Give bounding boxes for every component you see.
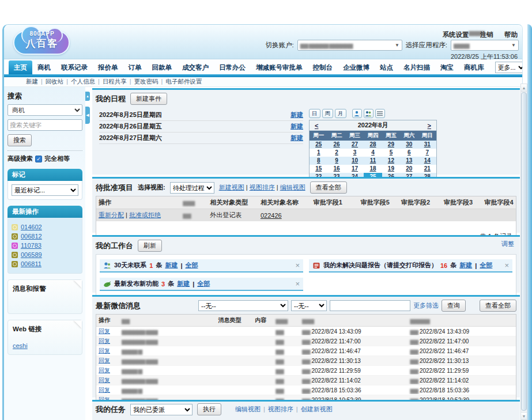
nav-tab[interactable]: 回款单 (147, 60, 178, 74)
item-new-link[interactable]: 新建 (177, 279, 190, 288)
calendar-day-cell[interactable]: 27 (346, 141, 364, 149)
wechat-filter1-select[interactable]: --无-- (198, 300, 288, 311)
scroll-up-arrow[interactable]: ▲ (521, 84, 527, 92)
vertical-scrollbar[interactable]: ▲ ▼ (520, 84, 527, 420)
calendar-day-cell[interactable]: 17 (346, 165, 364, 173)
single-user-view-icon[interactable] (352, 109, 362, 118)
recent-tags-select[interactable]: 最近标记... (12, 184, 78, 196)
nav-tab[interactable]: 报价单 (93, 60, 123, 74)
nav-tab[interactable]: 淘宝 (435, 60, 459, 74)
nav-tab[interactable]: 订单 (123, 60, 147, 74)
calendar-day-cell[interactable]: 13 (400, 157, 418, 165)
calendar-day-cell[interactable]: 14 (418, 157, 436, 165)
web-link-ceshi[interactable]: ceshi (13, 342, 28, 349)
nav-tab[interactable]: 企业微博 (338, 60, 375, 74)
schedule-new-link[interactable]: 新建 (290, 134, 303, 142)
close-icon[interactable]: × (295, 261, 300, 270)
more-tabs-select[interactable]: 更多... (495, 62, 523, 73)
task-create-view-link[interactable]: 创建新视图 (301, 406, 333, 413)
scroll-down-arrow[interactable]: ▼ (521, 412, 527, 419)
calendar-day-cell[interactable]: 5 (382, 149, 400, 157)
vertical-scrollbar-thumb[interactable] (521, 92, 527, 411)
reply-link[interactable]: 回复 (99, 377, 110, 383)
tasks-view-select[interactable]: 我的已委派 (130, 404, 193, 415)
task-edit-view-link[interactable]: 编辑视图 (235, 406, 268, 413)
new-event-button[interactable]: 新建事件 (130, 93, 167, 105)
calendar-day-cell[interactable]: 19 (382, 165, 400, 173)
item-new-link[interactable]: 新建 (459, 261, 472, 270)
recent-record-link[interactable]: 110783 (21, 242, 41, 249)
wechat-filter2-select[interactable]: --无-- (291, 300, 327, 311)
recent-record-link[interactable]: 006812 (21, 233, 42, 240)
item-all-link[interactable]: 全部 (197, 279, 210, 288)
sort-view-link[interactable]: 视图排序 (250, 184, 275, 191)
item-all-link[interactable]: 全部 (185, 261, 198, 270)
splitter-up-handle[interactable]: ▲ (85, 92, 90, 101)
calendar-day-cell[interactable]: 29 (382, 141, 400, 149)
nav-tab[interactable]: 主页 (9, 60, 32, 74)
calendar-prev-button[interactable]: < (313, 122, 320, 129)
list-view-icon[interactable] (375, 109, 385, 118)
calendar-day-cell[interactable]: 6 (400, 149, 418, 157)
nav-tab[interactable]: 名片扫描 (398, 60, 435, 74)
subnav-link[interactable]: 日程共享 (103, 78, 134, 86)
subnav-link[interactable]: 更改密码 (134, 78, 165, 86)
nav-tab[interactable]: 商机库 (459, 60, 489, 74)
nav-tab[interactable]: 联系记录 (56, 60, 93, 74)
calendar-day-cell[interactable]: 8 (310, 157, 327, 165)
approvals-view-all-button[interactable]: 查看全部 (310, 181, 347, 194)
calendar-day-cell[interactable]: 4 (364, 149, 382, 157)
reassign-link[interactable]: 重新分配 (99, 211, 124, 218)
logout-link[interactable]: 注销 (480, 31, 493, 38)
calendar-day-cell[interactable]: 1 (310, 149, 327, 157)
calendar-day-cell[interactable]: 30 (400, 141, 418, 149)
task-sort-view-link[interactable]: 视图排序 (268, 406, 301, 413)
reply-link[interactable]: 回复 (99, 357, 110, 364)
reply-link[interactable]: 回复 (99, 328, 110, 334)
subnav-link[interactable]: 电子邮件设置 (165, 78, 202, 86)
nav-tab[interactable]: 站点 (375, 60, 398, 74)
calendar-day-cell[interactable]: 10 (346, 157, 364, 165)
month-view-button[interactable]: 月 (335, 109, 346, 118)
nav-tab[interactable]: 日常办公 (214, 60, 251, 74)
calendar-day-cell[interactable]: 9 (327, 157, 345, 165)
reply-link[interactable]: 回复 (99, 387, 110, 393)
query-button[interactable]: 查询 (442, 300, 466, 312)
new-view-link[interactable]: 新建视图 (219, 184, 244, 191)
week-view-button[interactable]: 周 (322, 109, 334, 118)
search-input[interactable] (7, 119, 82, 131)
search-button[interactable]: 搜索 (7, 134, 32, 146)
nav-tab[interactable]: 控制台 (308, 60, 338, 74)
sidebar-collapse-handle[interactable]: ◀ (85, 107, 90, 124)
approvals-view-select[interactable]: 待处理过程 (170, 182, 214, 194)
select-app-select[interactable]: ▆▆▆▆ ▼ (451, 40, 519, 51)
calendar-next-button[interactable]: > (426, 122, 433, 129)
calendar-day-cell[interactable]: 25 (310, 141, 327, 149)
nav-tab[interactable]: 成交客户 (177, 60, 214, 74)
calendar-day-cell[interactable]: 12 (382, 157, 400, 165)
subnav-link[interactable]: 个人信息 (71, 78, 103, 86)
approve-reject-link[interactable]: 批准或拒绝 (129, 211, 161, 218)
switch-account-select[interactable]: ▆▆ ▆▆▆▆▆ ▆▆▆▆▆▆ ▼ (297, 40, 402, 51)
exact-match-checkbox[interactable]: ✓ (35, 156, 42, 162)
item-all-link[interactable]: 全部 (480, 261, 492, 270)
wechat-view-all-button[interactable]: 查看全部 (480, 300, 516, 312)
adjust-link[interactable]: 调整 (501, 240, 514, 248)
calendar-day-cell[interactable]: 16 (327, 165, 345, 173)
help-link[interactable]: 帮助 (504, 31, 518, 38)
calendar-day-cell[interactable]: 7 (418, 149, 436, 157)
recent-record-link[interactable]: 006811 (21, 260, 41, 267)
nav-tab[interactable]: 增减账号审批单 (251, 60, 308, 74)
nav-tab[interactable]: 商机 (32, 60, 56, 74)
recent-record-link[interactable]: 014602 (21, 224, 42, 230)
subnav-link[interactable]: 回收站 (46, 78, 71, 86)
reply-link[interactable]: 回复 (99, 338, 110, 344)
calendar-day-cell[interactable]: 28 (364, 141, 382, 149)
refresh-button[interactable]: 刷新 (138, 240, 162, 252)
calendar-day-cell[interactable]: 2 (327, 149, 345, 157)
schedule-new-link[interactable]: 新建 (290, 122, 303, 131)
close-icon[interactable]: × (295, 279, 300, 288)
day-view-button[interactable]: 日 (309, 109, 320, 118)
subnav-link[interactable]: 新建 (26, 78, 46, 86)
multi-user-view-icon[interactable] (364, 109, 373, 118)
